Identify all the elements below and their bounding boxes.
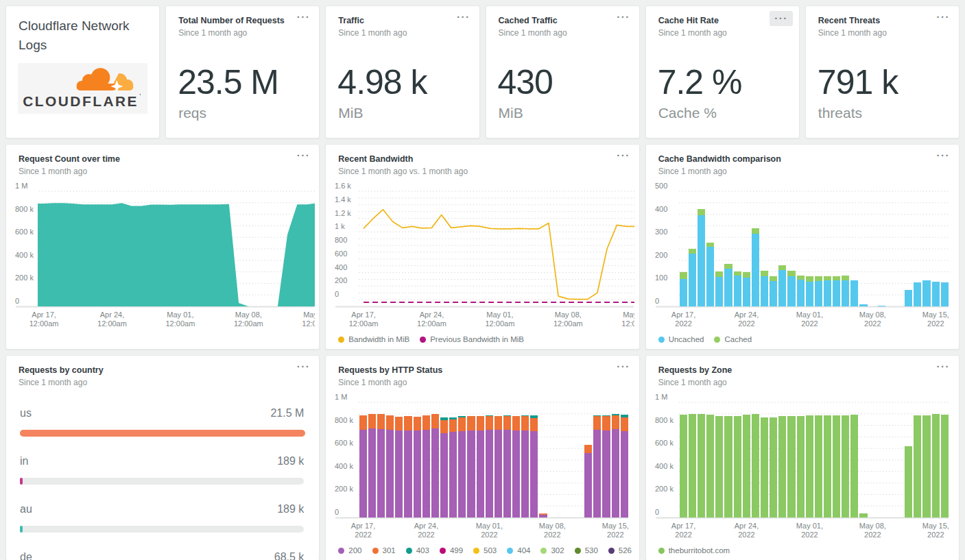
country-bar[interactable] — [20, 478, 23, 485]
svg-text:400 k: 400 k — [15, 251, 34, 259]
legend-item[interactable]: 200 — [338, 546, 361, 555]
country-row-labels: in189 k — [20, 455, 304, 467]
svg-text:600 k: 600 k — [655, 439, 674, 447]
legend-item[interactable]: 503 — [473, 546, 497, 555]
legend-label: 404 — [517, 546, 530, 555]
svg-text:200 k: 200 k — [15, 273, 34, 282]
card-cached-traffic: Cached Traffic Since 1 month ago ··· 430… — [486, 5, 640, 138]
svg-text:2022: 2022 — [801, 531, 818, 539]
svg-text:May 15,: May 15, — [303, 311, 315, 319]
panel-requests-by-http-status: Requests by HTTP Status Since 1 month ag… — [325, 355, 639, 560]
panel-subtitle: Since 1 month ago — [499, 28, 627, 38]
cloudflare-logo-image: CLOUDFLARE ’ — [18, 66, 147, 110]
country-value: 21.5 M — [270, 407, 304, 419]
svg-text:May 01,: May 01, — [167, 311, 193, 319]
svg-text:1 M: 1 M — [655, 394, 667, 401]
panel-title: Recent Bandwidth — [338, 154, 626, 165]
svg-text:May 01,: May 01, — [487, 311, 514, 319]
legend-label: Uncached — [669, 335, 704, 343]
kpi-value: 791 k — [806, 62, 959, 102]
cloudflare-wordmark: CLOUDFLARE — [23, 93, 139, 109]
country-row-labels: us21.5 M — [20, 407, 304, 419]
legend-item[interactable]: Uncached — [658, 335, 704, 343]
panel-menu-icon[interactable]: ··· — [937, 361, 951, 372]
svg-text:Apr 24,: Apr 24, — [100, 311, 124, 319]
legend-label: 530 — [585, 546, 598, 555]
legend-label: 403 — [416, 546, 429, 555]
kpi-value: 23.5 M — [166, 62, 319, 102]
legend-label: Bandwidth in MiB — [348, 335, 409, 343]
card-recent-threats: Recent Threats Since 1 month ago ··· 791… — [805, 5, 960, 138]
svg-text:Apr 24,: Apr 24, — [420, 311, 444, 319]
kpi-unit: MiB — [326, 105, 479, 121]
svg-text:12:00am: 12:00am — [349, 319, 379, 328]
svg-text:2022: 2022 — [355, 531, 372, 539]
svg-text:May 01,: May 01, — [796, 311, 823, 319]
svg-text:12:00am: 12:00am — [553, 319, 583, 328]
legend-item[interactable]: Bandwidth in MiB — [338, 335, 409, 343]
card-total-requests: Total Number of Requests Since 1 month a… — [165, 5, 320, 138]
panel-menu-icon[interactable]: ··· — [297, 150, 311, 161]
legend-item[interactable]: 403 — [406, 546, 429, 555]
panel-title: Requests by Zone — [658, 365, 946, 376]
legend-dot-icon — [608, 548, 615, 554]
panel-subtitle: Since 1 month ago — [658, 378, 946, 387]
cloudflare-cloud-icon — [77, 68, 134, 93]
country-bar[interactable] — [20, 526, 23, 533]
legend-dot-icon — [406, 548, 412, 554]
panel-title: Requests by HTTP Status — [338, 365, 626, 376]
panel-menu-icon[interactable]: ··· — [617, 150, 630, 161]
legend-label: 503 — [484, 546, 497, 555]
svg-text:Apr 24,: Apr 24, — [734, 522, 758, 530]
request-count-area-chart[interactable]: 1 M800 k600 k400 k200 k0Apr 17,12:00amAp… — [14, 183, 315, 335]
panel-subtitle: Since 1 month ago — [818, 28, 946, 38]
legend-item[interactable]: 301 — [372, 546, 396, 555]
legend-item[interactable]: 404 — [507, 546, 530, 555]
svg-text:200: 200 — [655, 251, 667, 259]
svg-text:Apr 17,: Apr 17, — [32, 311, 56, 319]
cache-bandwidth-bar-chart[interactable]: 5004003002001000Apr 17,2022Apr 24,2022Ma… — [654, 183, 955, 335]
svg-text:12:00am: 12:00am — [234, 319, 263, 328]
country-bar[interactable] — [20, 430, 305, 437]
legend-dot-icon — [540, 548, 547, 554]
svg-text:200: 200 — [335, 276, 347, 284]
legend-item[interactable]: 530 — [575, 546, 598, 555]
svg-text:100: 100 — [655, 273, 667, 282]
panel-title: Request Count over time — [19, 154, 307, 165]
panel-menu-icon[interactable]: ··· — [937, 150, 951, 161]
svg-text:12:00am: 12:00am — [165, 319, 195, 328]
country-value: 189 k — [277, 455, 304, 467]
panel-menu-icon[interactable]: ··· — [297, 12, 311, 23]
panel-menu-icon[interactable]: ··· — [457, 12, 470, 23]
bandwidth-line-chart[interactable]: 1.6 k1.4 k1.2 k1 k8006004002000Apr 17,12… — [334, 183, 634, 335]
panel-menu-icon[interactable]: ··· — [617, 12, 630, 23]
svg-text:1 k: 1 k — [335, 222, 345, 230]
legend-dot-icon — [473, 548, 479, 554]
country-value: 189 k — [277, 503, 304, 515]
panel-title: Requests by country — [19, 365, 307, 376]
http-status-stacked-bar-chart[interactable]: 1 M800 k600 k400 k200 k0Apr 17,2022Apr 2… — [334, 394, 634, 546]
svg-text:400: 400 — [655, 205, 667, 213]
dashboard: Cloudflare Network Logs CLOUDFLARE ’ — [0, 0, 965, 560]
legend-item[interactable]: 499 — [440, 546, 463, 555]
legend-label: 526 — [619, 546, 632, 555]
kpi-unit: Cache % — [646, 105, 799, 121]
svg-text:2022: 2022 — [418, 531, 435, 539]
panel-menu-icon[interactable]: ··· — [937, 12, 951, 23]
panel-menu-icon[interactable]: ··· — [297, 361, 311, 372]
svg-text:Apr 24,: Apr 24, — [734, 311, 758, 319]
legend-item[interactable]: 526 — [608, 546, 632, 555]
panel-menu-icon[interactable]: ··· — [617, 361, 630, 372]
legend-item[interactable]: Previous Bandwidth in MiB — [420, 335, 524, 343]
legend-item[interactable]: theburritobot.com — [658, 546, 730, 555]
svg-text:12:00am: 12:00am — [486, 319, 515, 328]
legend-item[interactable]: 302 — [540, 546, 564, 555]
panel-menu-icon[interactable]: ··· — [770, 11, 793, 26]
zone-bar-chart[interactable]: 1 M800 k600 k400 k200 k0Apr 17,2022Apr 2… — [654, 394, 955, 546]
kpi-value: 7.2 % — [646, 62, 799, 102]
legend-item[interactable]: Cached — [714, 335, 752, 343]
svg-text:2022: 2022 — [864, 319, 881, 328]
cloudflare-trademark: ’ — [139, 92, 141, 99]
chart-legend: theburritobot.com — [658, 546, 730, 555]
svg-text:400 k: 400 k — [335, 462, 353, 470]
